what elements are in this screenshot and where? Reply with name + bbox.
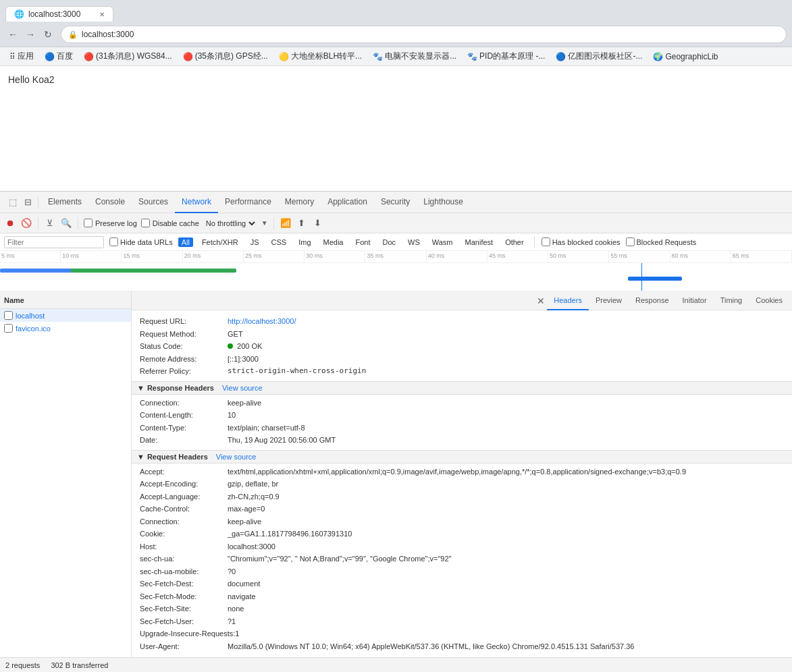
filter-input[interactable] xyxy=(4,236,104,248)
req-accept-language-row: Accept-Language: zh-CN,zh;q=0.9 xyxy=(140,491,784,503)
preserve-log-checkbox[interactable] xyxy=(84,219,93,227)
status-code-value: 200 OK xyxy=(228,341,262,352)
file-list: Name localhost favicon.ico xyxy=(0,291,132,657)
tick-65ms: 65 ms xyxy=(731,251,792,262)
address-text: localhost:3000 xyxy=(82,30,134,39)
req-sec-ch-ua-mobile-val: ?0 xyxy=(228,566,236,578)
type-filter-ws[interactable]: WS xyxy=(404,237,423,247)
bookmark-3[interactable]: 🔴 (35条消息) GPS经... xyxy=(179,49,272,63)
disable-cache-label[interactable]: Disable cache xyxy=(141,219,199,227)
type-filter-font[interactable]: Font xyxy=(352,237,373,247)
details-tab-timing[interactable]: Timing xyxy=(714,291,749,310)
tick-15ms: 15 ms xyxy=(122,251,182,262)
tab-lighthouse[interactable]: Lighthouse xyxy=(417,192,470,213)
throttle-select[interactable]: No throttling Fast 3G Slow 3G Offline xyxy=(203,219,257,228)
details-tab-preview[interactable]: Preview xyxy=(589,291,629,310)
bookmark-5[interactable]: 🐾 电脑不安装显示器... xyxy=(369,49,460,63)
tick-5ms: 5 ms xyxy=(0,251,61,262)
details-close-button[interactable]: ✕ xyxy=(535,295,547,307)
tab-security[interactable]: Security xyxy=(374,192,417,213)
type-filter-js[interactable]: JS xyxy=(247,237,263,247)
type-filter-fetch[interactable]: Fetch/XHR xyxy=(199,237,242,247)
tick-35ms: 35 ms xyxy=(365,251,426,262)
req-accept-language-key: Accept-Language: xyxy=(140,491,228,503)
details-tab-cookies[interactable]: Cookies xyxy=(749,291,789,310)
request-view-source-link[interactable]: View source xyxy=(216,453,257,461)
bookmark-apps[interactable]: ⠿ 应用 xyxy=(5,49,38,63)
details-tab-response[interactable]: Response xyxy=(629,291,676,310)
type-filter-doc[interactable]: Doc xyxy=(379,237,399,247)
request-method-row: Request Method: GET xyxy=(140,329,784,340)
refresh-button[interactable]: ↻ xyxy=(41,27,55,42)
bookmark-4[interactable]: 🟡 大地坐标BLH转平... xyxy=(275,49,366,63)
back-button[interactable]: ← xyxy=(5,27,20,42)
tab-sources[interactable]: Sources xyxy=(132,192,175,213)
file-checkbox-localhost[interactable] xyxy=(4,311,13,320)
timeline-area: 5 ms 10 ms 15 ms 20 ms 25 ms 30 ms 35 ms… xyxy=(0,251,792,291)
details-tab-headers[interactable]: Headers xyxy=(547,291,589,310)
search-button[interactable]: 🔍 xyxy=(60,217,72,229)
record-button[interactable]: ⏺ xyxy=(4,217,16,229)
details-tab-initiator[interactable]: Initiator xyxy=(676,291,714,310)
export-har-button[interactable]: ⬇ xyxy=(312,217,324,229)
response-view-source-link[interactable]: View source xyxy=(222,384,263,392)
blocked-requests-checkbox[interactable] xyxy=(626,237,635,246)
tab-close-btn[interactable]: ✕ xyxy=(99,11,105,18)
tab-network[interactable]: Network xyxy=(175,192,218,213)
preserve-log-label[interactable]: Preserve log xyxy=(84,219,137,227)
status-code-key: Status Code: xyxy=(140,341,228,352)
name-column-header: Name xyxy=(4,296,24,304)
nav-buttons: ← → ↻ xyxy=(5,27,55,42)
bookmark-8[interactable]: 🌍 GeographicLib xyxy=(649,51,722,63)
req-sec-fetch-dest-val: document xyxy=(228,578,260,590)
type-filter-all[interactable]: All xyxy=(178,237,193,247)
type-filter-other[interactable]: Other xyxy=(502,237,527,247)
req-cache-control-key: Cache-Control: xyxy=(140,503,228,515)
hide-data-urls-checkbox[interactable] xyxy=(109,237,118,246)
request-headers-section[interactable]: ▼ Request Headers View source xyxy=(132,450,792,464)
req-connection-val: keep-alive xyxy=(228,516,261,528)
blocked-requests-label[interactable]: Blocked Requests xyxy=(626,237,697,246)
inspect-icon[interactable]: ⬚ xyxy=(7,196,19,208)
request-section-arrow: ▼ xyxy=(137,453,144,461)
device-icon[interactable]: ⊟ xyxy=(22,196,34,208)
bookmark-2[interactable]: 🔴 (31条消息) WGS84... xyxy=(80,49,176,63)
has-blocked-cookies-label[interactable]: Has blocked cookies xyxy=(542,237,621,246)
tab-application[interactable]: Application xyxy=(321,192,374,213)
import-har-button[interactable]: ⬆ xyxy=(296,217,308,229)
type-filter-css[interactable]: CSS xyxy=(268,237,290,247)
tab-elements[interactable]: Elements xyxy=(41,192,88,213)
tab-memory[interactable]: Memory xyxy=(278,192,321,213)
response-headers-section[interactable]: ▼ Response Headers View source xyxy=(132,381,792,395)
type-filter-media[interactable]: Media xyxy=(320,237,347,247)
file-checkbox-favicon[interactable] xyxy=(4,324,13,333)
tab-performance[interactable]: Performance xyxy=(218,192,278,213)
req-accept-key: Accept: xyxy=(140,466,228,478)
referrer-policy-row: Referrer Policy: strict-origin-when-cros… xyxy=(140,366,784,377)
type-filter-wasm[interactable]: Wasm xyxy=(429,237,456,247)
wifi-icon[interactable]: 📶 xyxy=(280,217,292,229)
type-filter-manifest[interactable]: Manifest xyxy=(462,237,497,247)
remote-address-value: [::1]:3000 xyxy=(228,354,259,365)
devtools-network-toolbar: ⏺ 🚫 ⊻ 🔍 Preserve log Disable cache No th… xyxy=(0,213,792,233)
tab-console[interactable]: Console xyxy=(88,192,132,213)
req-sec-ch-ua-mobile-key: sec-ch-ua-mobile: xyxy=(140,566,228,578)
has-blocked-cookies-checkbox[interactable] xyxy=(542,237,550,246)
file-item-localhost[interactable]: localhost xyxy=(0,309,131,322)
hide-data-urls-label[interactable]: Hide data URLs xyxy=(109,237,173,246)
clear-button[interactable]: 🚫 xyxy=(20,217,32,229)
bookmark-7[interactable]: 🔵 亿图图示模板社区-... xyxy=(552,49,646,63)
bookmark-baidu[interactable]: 🔵 百度 xyxy=(41,49,77,63)
forward-button[interactable]: → xyxy=(23,27,38,42)
browser-tab[interactable]: 🌐 localhost:3000 ✕ xyxy=(5,6,113,22)
req-sec-ch-ua-key: sec-ch-ua: xyxy=(140,553,228,565)
remote-address-key: Remote Address: xyxy=(140,354,228,365)
filter-toggle-button[interactable]: ⊻ xyxy=(44,217,56,229)
bookmark-6[interactable]: 🐾 PID的基本原理 -... xyxy=(463,49,549,63)
address-bar[interactable]: 🔒 localhost:3000 xyxy=(61,26,787,43)
file-item-favicon[interactable]: favicon.ico xyxy=(0,322,131,335)
timeline-ruler: 5 ms 10 ms 15 ms 20 ms 25 ms 30 ms 35 ms… xyxy=(0,251,792,263)
tick-45ms: 45 ms xyxy=(487,251,548,262)
disable-cache-checkbox[interactable] xyxy=(141,219,150,227)
type-filter-img[interactable]: Img xyxy=(295,237,314,247)
